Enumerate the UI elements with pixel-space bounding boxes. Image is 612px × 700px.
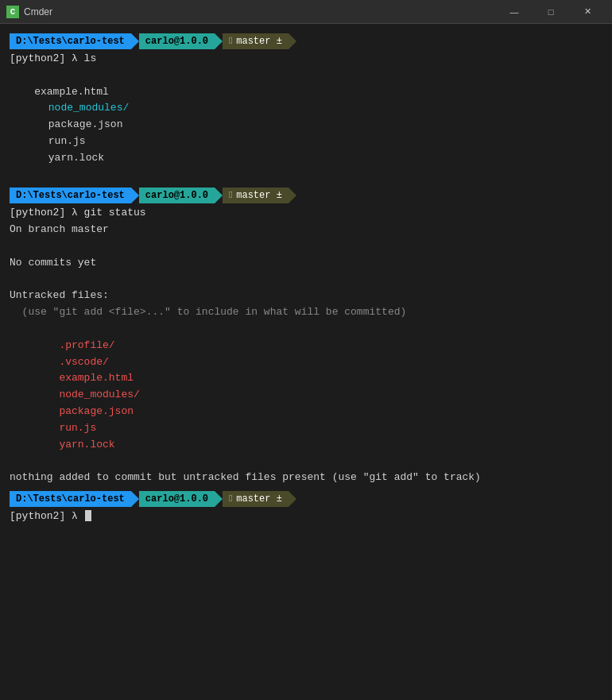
close-button[interactable]: ✕	[569, 0, 606, 24]
prompt-path-1: D:\Tests\carlo-test	[10, 33, 131, 49]
branch-arrow-1	[289, 33, 296, 49]
git-blank-4	[10, 453, 602, 470]
branch-arrow-3	[289, 491, 296, 507]
ls-output: example.html node_modules/ package.json …	[10, 68, 602, 184]
user-arrow-2	[215, 188, 223, 203]
minimize-button[interactable]: —	[496, 0, 533, 24]
git-blank-2	[10, 272, 602, 288]
title-bar: C Cmder — □ ✕	[0, 0, 612, 24]
user-arrow-1	[215, 33, 223, 49]
git-untracked-hint: (use "git add <file>..." to include in w…	[10, 304, 602, 321]
cmd-prefix-3: [python2] λ	[10, 510, 84, 522]
prompt-branch-1:  master ±	[223, 33, 289, 49]
git-on-branch: On branch master	[10, 222, 602, 238]
git-summary: nothing added to commit but untracked fi…	[10, 470, 602, 486]
ls-node-modules: node_modules/	[36, 102, 129, 114]
prompt-path-2: D:\Tests\carlo-test	[10, 188, 131, 203]
git-untracked-header: Untracked files:	[10, 288, 602, 304]
git-file-6: yarn.lock	[10, 437, 602, 454]
git-icon-2: 	[229, 188, 234, 203]
git-icon-1: 	[229, 34, 234, 48]
git-blank-3	[10, 321, 602, 338]
app-icon: C	[6, 6, 19, 18]
prompt-user-3: carlo@1.0.0	[139, 491, 215, 507]
path-arrow-2	[131, 188, 139, 203]
branch-label-2: master ±	[236, 188, 282, 203]
cmd-line-1: [python2] λ ls	[10, 51, 602, 68]
git-no-commits: No commits yet	[10, 255, 602, 272]
user-arrow-3	[215, 491, 223, 507]
branch-arrow-2	[289, 188, 296, 203]
git-icon-3: 	[229, 492, 234, 506]
ls-package-json: package.json	[36, 118, 122, 130]
maximize-button[interactable]: □	[533, 0, 569, 24]
prompt-2: D:\Tests\carlo-test carlo@1.0.0  master…	[10, 188, 602, 203]
window-controls[interactable]: — □ ✕	[496, 0, 606, 24]
prompt-user-1: carlo@1.0.0	[139, 33, 215, 49]
prompt-1: D:\Tests\carlo-test carlo@1.0.0  master…	[10, 33, 602, 49]
git-file-5: run.js	[10, 420, 602, 437]
ls-run-js: run.js	[36, 135, 85, 147]
cmd-line-3: [python2] λ	[10, 509, 602, 525]
prompt-3: D:\Tests\carlo-test carlo@1.0.0  master…	[10, 491, 602, 507]
path-arrow-1	[131, 33, 139, 49]
prompt-branch-3:  master ±	[223, 491, 289, 507]
terminal-area[interactable]: D:\Tests\carlo-test carlo@1.0.0  master…	[0, 24, 612, 700]
path-arrow-3	[131, 491, 139, 507]
prompt-branch-2:  master ±	[223, 188, 289, 203]
git-file-1: .vscode/	[10, 354, 602, 371]
git-file-3: node_modules/	[10, 387, 602, 404]
ls-example-html: example.html	[34, 86, 109, 98]
terminal-cursor	[85, 510, 91, 521]
prompt-user-2: carlo@1.0.0	[139, 188, 215, 203]
git-file-4: package.json	[10, 404, 602, 420]
git-file-0: .profile/	[10, 338, 602, 354]
prompt-path-3: D:\Tests\carlo-test	[10, 491, 131, 507]
branch-label-3: master ±	[236, 492, 282, 506]
branch-label-1: master ±	[236, 34, 282, 48]
git-file-2: example.html	[10, 370, 602, 387]
window-title: Cmder	[24, 6, 496, 17]
git-blank-1	[10, 238, 602, 255]
cmd-line-2: [python2] λ git status	[10, 205, 602, 222]
ls-yarn-lock: yarn.lock	[36, 152, 104, 164]
